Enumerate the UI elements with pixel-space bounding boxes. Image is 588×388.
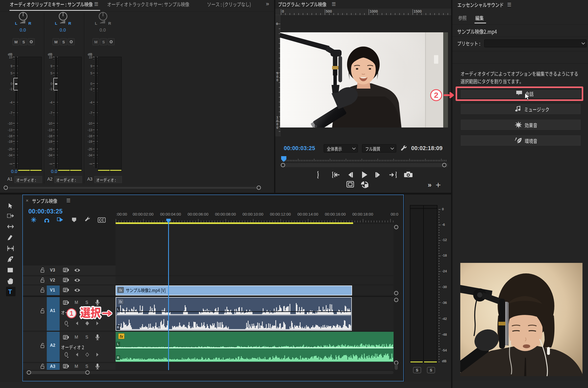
svg-text:2: 2 — [434, 91, 439, 99]
svg-text:1: 1 — [70, 309, 73, 317]
